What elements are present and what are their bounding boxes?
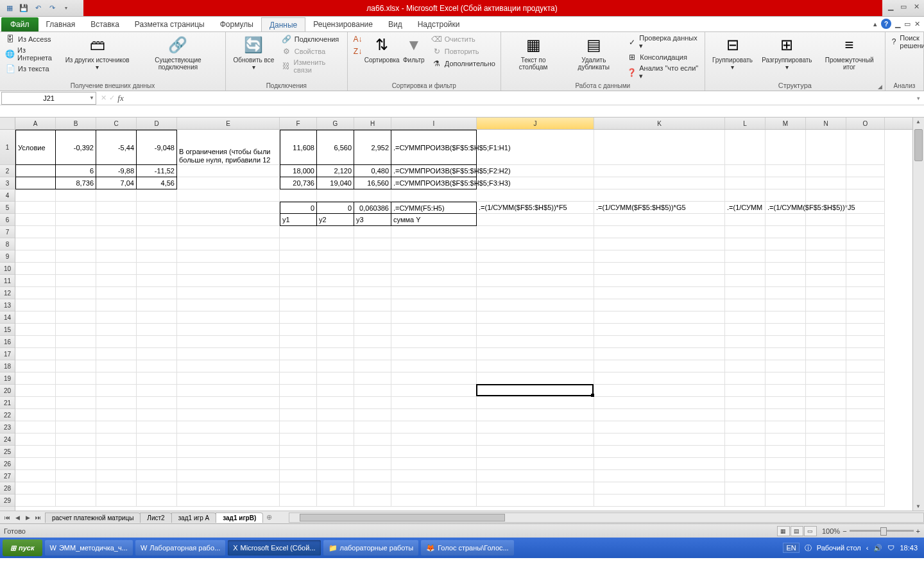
cell[interactable] — [766, 385, 806, 397]
cell[interactable]: 2,120 — [317, 165, 354, 177]
cell[interactable] — [137, 250, 177, 263]
cell[interactable] — [594, 458, 725, 470]
name-box[interactable]: J21▼ — [1, 92, 96, 105]
shield-icon[interactable]: 🛡 — [887, 544, 894, 552]
cell[interactable] — [137, 397, 177, 409]
row-header[interactable]: 17 — [0, 348, 15, 360]
row-header[interactable]: 23 — [0, 421, 15, 434]
cell[interactable] — [477, 311, 594, 324]
cell[interactable] — [846, 458, 885, 470]
clock[interactable]: 18:43 — [900, 544, 918, 552]
cell[interactable] — [354, 250, 391, 263]
chevron-down-icon[interactable]: ▼ — [89, 95, 94, 101]
ungroup-button[interactable]: ⊞Разгруппировать ▾ — [758, 33, 815, 72]
cell[interactable] — [317, 336, 354, 348]
cells-area[interactable]: Условие-0,392-5,44-9,048В ограничения (ч… — [15, 130, 912, 507]
tab-home[interactable]: Главная — [38, 17, 83, 31]
cell[interactable] — [96, 372, 137, 385]
cell[interactable] — [594, 299, 725, 311]
cell[interactable] — [725, 130, 766, 165]
cell[interactable] — [280, 226, 317, 238]
cell[interactable] — [280, 287, 317, 299]
cell[interactable] — [594, 360, 725, 372]
cell[interactable] — [280, 336, 317, 348]
cell[interactable] — [806, 482, 846, 495]
group-button[interactable]: ⊟Группировать ▾ — [709, 33, 757, 72]
cell[interactable] — [725, 226, 766, 238]
cell[interactable] — [594, 177, 725, 189]
row-header[interactable]: 16 — [0, 336, 15, 348]
cell[interactable] — [280, 482, 317, 495]
cell[interactable] — [594, 250, 725, 263]
cell[interactable] — [806, 372, 846, 385]
cell[interactable] — [846, 434, 885, 446]
cell[interactable] — [806, 311, 846, 324]
cell[interactable] — [177, 482, 280, 495]
from-other-button[interactable]: 🗃Из других источников ▾ — [63, 33, 132, 72]
cell[interactable]: -5,44 — [96, 130, 137, 165]
cell[interactable] — [766, 324, 806, 336]
tab-view[interactable]: Вид — [381, 17, 410, 31]
cell[interactable] — [280, 446, 317, 458]
cell[interactable] — [391, 287, 477, 299]
cell[interactable] — [354, 397, 391, 409]
column-header[interactable]: B — [56, 118, 96, 129]
cell[interactable] — [56, 250, 96, 263]
cell[interactable] — [15, 275, 56, 287]
column-header[interactable]: J — [477, 118, 594, 129]
select-all-button[interactable] — [0, 118, 15, 130]
sort-desc-button[interactable]: Z↓ — [352, 46, 364, 57]
cell[interactable] — [137, 287, 177, 299]
cell[interactable] — [806, 226, 846, 238]
cell[interactable] — [725, 324, 766, 336]
cell[interactable] — [766, 372, 806, 385]
cell[interactable] — [766, 275, 806, 287]
scroll-thumb[interactable] — [300, 514, 505, 521]
cell[interactable] — [96, 287, 137, 299]
cell[interactable]: 7,04 — [96, 177, 137, 189]
cell[interactable] — [846, 495, 885, 507]
cell[interactable] — [846, 130, 885, 165]
normal-view-icon[interactable]: ▦ — [777, 526, 790, 536]
cell[interactable] — [594, 214, 725, 226]
cell[interactable] — [391, 226, 477, 238]
cell[interactable] — [56, 189, 96, 202]
cell[interactable] — [354, 372, 391, 385]
cell[interactable] — [354, 324, 391, 336]
column-header[interactable]: O — [846, 118, 885, 129]
cell[interactable]: 2,952 — [354, 130, 391, 165]
cell[interactable] — [15, 397, 56, 409]
cell[interactable] — [766, 311, 806, 324]
cell[interactable] — [56, 482, 96, 495]
cell[interactable] — [725, 250, 766, 263]
cell[interactable] — [96, 458, 137, 470]
cell[interactable] — [177, 226, 280, 238]
cell[interactable] — [766, 214, 806, 226]
cell[interactable] — [96, 434, 137, 446]
cell[interactable] — [594, 446, 725, 458]
cell[interactable] — [354, 421, 391, 434]
cell[interactable] — [594, 263, 725, 275]
doc-close-icon[interactable]: ✕ — [914, 20, 920, 28]
cell[interactable] — [725, 177, 766, 189]
from-text-button[interactable]: 📄Из текста — [4, 63, 60, 74]
cell[interactable] — [766, 263, 806, 275]
subtotal-button[interactable]: ≡Промежуточный итог — [817, 33, 881, 72]
cell[interactable]: 0 — [280, 202, 317, 214]
cell[interactable] — [391, 470, 477, 482]
row-header[interactable]: 8 — [0, 238, 15, 250]
cell[interactable] — [96, 263, 137, 275]
cell[interactable] — [846, 214, 885, 226]
cell[interactable] — [806, 238, 846, 250]
row-header[interactable]: 29 — [0, 495, 15, 507]
cell[interactable]: .=(1/СУММ($F$5:$H$5))*F5 — [477, 202, 594, 214]
cell[interactable] — [15, 226, 56, 238]
cell[interactable] — [137, 299, 177, 311]
cell[interactable] — [477, 287, 594, 299]
cell[interactable] — [177, 434, 280, 446]
cell[interactable] — [317, 470, 354, 482]
cell[interactable] — [594, 421, 725, 434]
cell[interactable] — [846, 263, 885, 275]
cell[interactable] — [56, 360, 96, 372]
row-header[interactable]: 11 — [0, 275, 15, 287]
